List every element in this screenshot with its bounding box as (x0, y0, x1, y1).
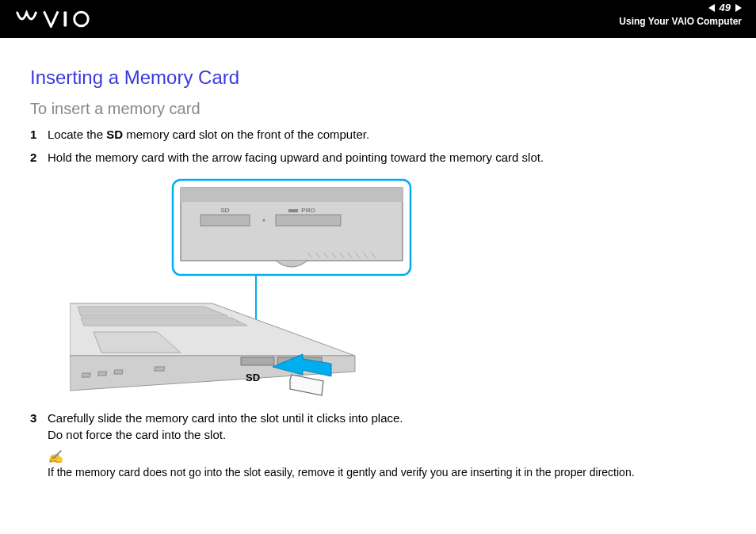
svg-marker-23 (78, 307, 228, 316)
steps-list-continued: 3 Carefully slide the memory card into t… (30, 410, 726, 443)
svg-rect-27 (114, 370, 123, 374)
svg-point-8 (263, 219, 265, 222)
page-content: Inserting a Memory Card To insert a memo… (0, 38, 756, 479)
instruction-illustration: SD PRO (70, 177, 482, 399)
sd-card-icon (290, 375, 323, 395)
pro-slot-label: PRO (301, 207, 315, 214)
step-item: 3 Carefully slide the memory card into t… (30, 410, 726, 443)
step-text: Hold the memory card with the arrow faci… (48, 149, 726, 166)
next-page-arrow-icon[interactable] (735, 4, 742, 12)
prev-page-arrow-icon[interactable] (708, 4, 715, 12)
svg-marker-31 (290, 375, 323, 395)
svg-rect-4 (181, 188, 403, 202)
steps-list: 1 Locate the SD memory card slot on the … (30, 126, 726, 166)
note-text: If the memory card does not go into the … (48, 466, 726, 479)
step-item: 2 Hold the memory card with the arrow fa… (30, 149, 726, 166)
svg-rect-5 (200, 215, 250, 226)
svg-marker-24 (81, 318, 247, 326)
step-number: 2 (30, 149, 48, 166)
sd-card-label: SD (246, 372, 260, 383)
note-icon: ✍ (48, 449, 726, 464)
header-bar: 49 Using Your VAIO Computer (0, 0, 756, 38)
svg-rect-7 (288, 209, 298, 212)
note-block: ✍ If the memory card does not go into th… (48, 449, 726, 479)
page-subtitle: To insert a memory card (30, 100, 726, 118)
header-right: 49 Using Your VAIO Computer (619, 2, 742, 27)
step-text: Locate the SD memory card slot on the fr… (48, 126, 726, 143)
sd-slot-label: SD (220, 207, 229, 214)
svg-marker-29 (241, 357, 274, 365)
page-nav: 49 (708, 2, 742, 13)
svg-rect-0 (63, 11, 67, 26)
step-number: 1 (30, 126, 48, 143)
step-text: Carefully slide the memory card into the… (48, 410, 726, 443)
svg-rect-6 (276, 215, 341, 226)
step-number: 3 (30, 410, 48, 443)
svg-point-1 (74, 12, 89, 26)
svg-rect-26 (98, 372, 107, 376)
section-label: Using Your VAIO Computer (619, 16, 742, 27)
page-number: 49 (720, 2, 731, 13)
svg-rect-25 (82, 373, 90, 377)
vaio-logo (11, 10, 114, 28)
step-item: 1 Locate the SD memory card slot on the … (30, 126, 726, 143)
svg-rect-28 (155, 367, 165, 371)
page-title: Inserting a Memory Card (30, 67, 726, 89)
